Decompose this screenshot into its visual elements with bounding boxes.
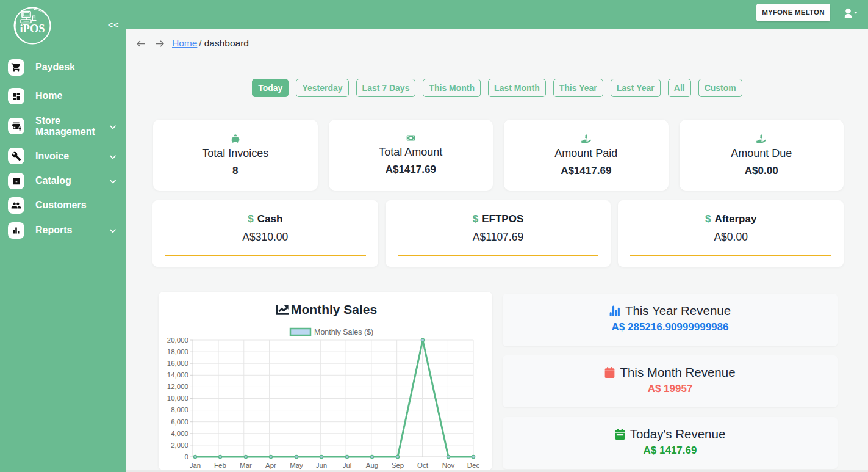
svg-text:Oct: Oct bbox=[417, 462, 429, 469]
svg-text:May: May bbox=[290, 462, 303, 469]
svg-text:Nov: Nov bbox=[442, 462, 455, 469]
svg-text:18,000: 18,000 bbox=[167, 348, 188, 355]
svg-text:12,000: 12,000 bbox=[167, 383, 188, 390]
svg-text:4,000: 4,000 bbox=[171, 430, 188, 437]
svg-text:Jul: Jul bbox=[343, 462, 352, 469]
svg-text:Jun: Jun bbox=[316, 462, 328, 469]
svg-text:10,000: 10,000 bbox=[167, 394, 188, 402]
svg-text:Sep: Sep bbox=[392, 462, 404, 469]
svg-text:20,000: 20,000 bbox=[167, 336, 188, 344]
svg-text:Mar: Mar bbox=[240, 462, 252, 469]
svg-text:14,000: 14,000 bbox=[167, 371, 188, 379]
svg-text:Jan: Jan bbox=[190, 462, 201, 469]
svg-text:Aug: Aug bbox=[366, 462, 378, 469]
svg-text:0: 0 bbox=[185, 453, 188, 460]
svg-text:Apr: Apr bbox=[265, 462, 276, 469]
svg-text:16,000: 16,000 bbox=[167, 360, 188, 367]
svg-text:Dec: Dec bbox=[467, 462, 480, 469]
svg-text:2,000: 2,000 bbox=[171, 441, 188, 449]
svg-text:Feb: Feb bbox=[214, 462, 226, 469]
svg-text:iPOS: iPOS bbox=[20, 23, 45, 35]
svg-text:Monthly Sales ($): Monthly Sales ($) bbox=[314, 328, 373, 336]
svg-text:6,000: 6,000 bbox=[171, 418, 188, 426]
svg-text:Monthly Sales: Monthly Sales bbox=[291, 302, 377, 316]
svg-text:8,000: 8,000 bbox=[171, 406, 188, 413]
